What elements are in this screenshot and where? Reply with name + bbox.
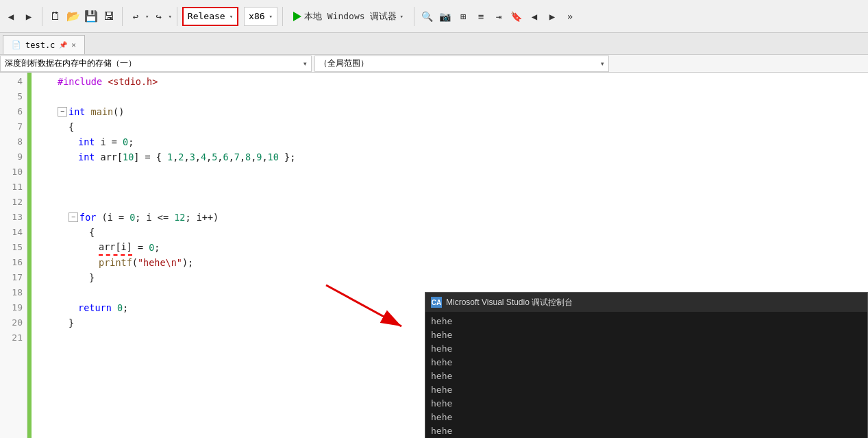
release-label: Release: [188, 11, 225, 21]
code-line-16: printf ( "hehe\n" );: [37, 255, 868, 270]
line-num-10: 10: [0, 165, 23, 180]
line-num-16: 16: [0, 255, 23, 270]
run-chevron: ▾: [399, 13, 403, 20]
console-line-8: hehe: [431, 411, 862, 424]
forward-button[interactable]: ▶: [21, 8, 37, 25]
console-window[interactable]: CA Microsoft Visual Studio 调试控制台 hehe he…: [425, 292, 868, 438]
separator-2: [122, 7, 123, 26]
line-num-15: 15: [0, 240, 23, 255]
back-button[interactable]: ◀: [3, 8, 19, 25]
console-line-2: hehe: [431, 328, 862, 342]
run-label: 本地 Windows 调试器: [304, 10, 397, 23]
tab-close-button[interactable]: ✕: [71, 40, 76, 49]
release-chevron: ▾: [230, 13, 233, 20]
nav-left-chevron: ▾: [303, 60, 307, 67]
format-button[interactable]: ≡: [473, 8, 489, 25]
extra-icons: 🔍 📷 ⊞ ≡ ⇥ 🔖 ◀ ▶ »: [419, 8, 578, 25]
nav-prev-button[interactable]: ◀: [526, 8, 543, 25]
undo-dropdown-arrow[interactable]: ▾: [145, 13, 149, 20]
line-num-5: 5: [0, 89, 23, 104]
tab-pin-icon[interactable]: 📌: [59, 41, 67, 49]
editor-area: 4 5 6 7 8 9 10 11 12 13 14 15 16 17 18 1…: [0, 73, 868, 438]
tabbar: 📄 test.c 📌 ✕: [0, 33, 868, 55]
line-numbers: 4 5 6 7 8 9 10 11 12 13 14 15 16 17 18 1…: [0, 73, 27, 438]
code-line-9: int arr[ 10 ] = { 1 , 2 , 3 , 4 , 5 , 6 …: [37, 149, 868, 165]
code-line-11: [37, 180, 868, 195]
code-line-13: − for (i = 0 ; i <= 12 ; i++): [37, 210, 868, 225]
console-title-text: Microsoft Visual Studio 调试控制台: [446, 297, 573, 308]
tab-file-icon: 📄: [12, 40, 21, 49]
code-line-10: [37, 165, 868, 180]
nav-next-button[interactable]: ▶: [544, 8, 560, 25]
code-line-14: {: [37, 225, 868, 240]
line-num-11: 11: [0, 180, 23, 195]
new-file-button[interactable]: 🗒: [47, 8, 64, 25]
console-line-3: hehe: [431, 342, 862, 356]
separator-3: [177, 7, 177, 26]
platform-dropdown[interactable]: x86 ▾: [244, 7, 277, 26]
line-num-7: 7: [0, 119, 23, 134]
line-num-12: 12: [0, 195, 23, 210]
console-output: hehe hehe hehe hehe hehe hehe hehe hehe …: [425, 312, 867, 438]
console-line-7: hehe: [431, 397, 862, 411]
line-num-21: 21: [0, 330, 23, 345]
toolbar: ◀ ▶ 🗒 📂 💾 🖫 ↩ ▾ ↪ ▾ Release ▾ x86 ▾ 本地 W…: [0, 0, 868, 33]
line-num-8: 8: [0, 134, 23, 149]
open-file-button[interactable]: 📂: [65, 8, 82, 25]
camera-button[interactable]: 📷: [437, 8, 454, 25]
nav-left-label: 深度剖析数据在内存中的存储（一）: [5, 58, 136, 69]
console-line-9: hehe: [431, 424, 862, 438]
code-line-17: }: [37, 270, 868, 285]
code-line-15: arr[i] = 0 ;: [37, 240, 868, 255]
line-num-13: 13: [0, 210, 23, 225]
nav-right-chevron: ▾: [601, 60, 604, 67]
redo-button[interactable]: ↪: [150, 8, 166, 25]
tab-test-c[interactable]: 📄 test.c 📌 ✕: [3, 35, 85, 54]
separator-1: [42, 7, 42, 26]
line-num-9: 9: [0, 149, 23, 165]
bookmark-button[interactable]: 🔖: [508, 8, 525, 25]
separator-5: [414, 7, 414, 26]
platform-label: x86: [249, 11, 264, 21]
toolbar-left-icons: ◀ ▶: [3, 8, 37, 25]
line-num-6: 6: [0, 104, 23, 119]
code-line-8: int i = 0 ;: [37, 134, 868, 149]
line-num-20: 20: [0, 315, 23, 330]
run-debugger-button[interactable]: 本地 Windows 调试器 ▾: [288, 7, 409, 26]
file-buttons: 🗒 📂 💾 🖫: [47, 8, 117, 25]
save-all-button[interactable]: 🖫: [101, 8, 117, 25]
redo-dropdown-arrow[interactable]: ▾: [168, 13, 171, 20]
code-line-12: [37, 195, 868, 210]
indent-button[interactable]: ⇥: [491, 8, 507, 25]
code-line-4: #include <stdio.h>: [37, 74, 868, 89]
console-title-bar: CA Microsoft Visual Studio 调试控制台: [425, 293, 867, 312]
undo-redo-group: ↩ ▾ ↪ ▾: [127, 8, 172, 25]
code-line-6: − int main (): [37, 104, 868, 119]
line-num-4: 4: [0, 74, 23, 89]
console-line-4: hehe: [431, 356, 862, 369]
save-button[interactable]: 💾: [83, 8, 99, 25]
undo-button[interactable]: ↩: [127, 8, 144, 25]
nav-context-dropdown[interactable]: 深度剖析数据在内存中的存储（一） ▾: [0, 56, 312, 72]
platform-chevron: ▾: [269, 13, 273, 20]
nav-right-label: （全局范围）: [319, 58, 369, 69]
code-line-5: [37, 89, 868, 104]
code-line-7: {: [37, 119, 868, 134]
collapse-13-icon[interactable]: −: [69, 212, 78, 222]
nav-scope-dropdown[interactable]: （全局范围） ▾: [314, 56, 609, 72]
line-num-18: 18: [0, 285, 23, 300]
more-button[interactable]: »: [562, 8, 578, 25]
search-button[interactable]: 🔍: [419, 8, 436, 25]
line-num-19: 19: [0, 300, 23, 315]
tab-label: test.c: [25, 40, 55, 50]
separator-4: [282, 7, 283, 26]
grid-button[interactable]: ⊞: [455, 8, 471, 25]
line-num-14: 14: [0, 225, 23, 240]
play-icon: [293, 12, 301, 21]
collapse-6-icon[interactable]: −: [58, 107, 67, 117]
console-line-6: hehe: [431, 383, 862, 397]
release-dropdown[interactable]: Release ▾: [182, 7, 238, 26]
console-line-5: hehe: [431, 369, 862, 383]
console-app-icon: CA: [431, 297, 442, 308]
console-line-1: hehe: [431, 315, 862, 328]
